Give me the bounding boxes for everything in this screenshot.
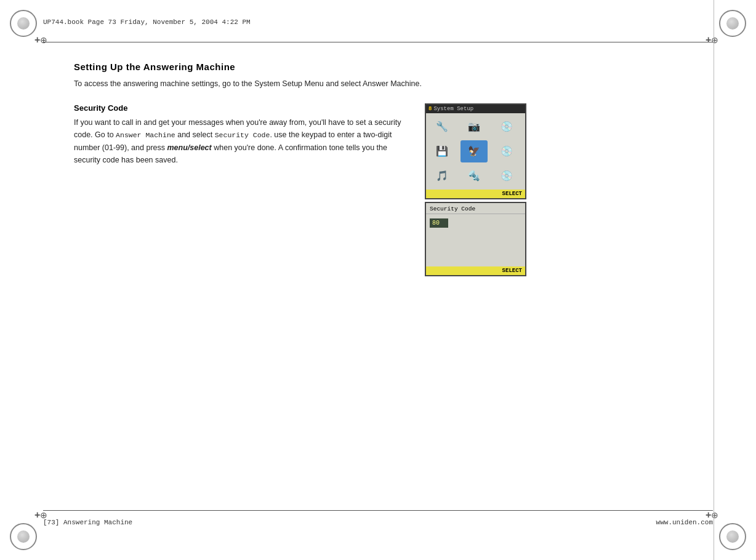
screen-icons-grid: 🔧 📷 💿 💾 🦅 💿 🎵 🔩 💿: [426, 113, 525, 190]
screenshots-column: 8 System Setup 🔧 📷 💿 💾 🦅 💿 🎵 🔩 💿: [425, 103, 529, 276]
intro-paragraph: To access the answering machine settings…: [74, 78, 425, 90]
section-text: Security Code If you want to call in and…: [74, 103, 406, 166]
main-content: Setting Up the Answering Machine To acce…: [74, 62, 713, 505]
icon-selected: 🦅: [460, 140, 488, 162]
security-code-body: 80: [426, 214, 525, 266]
bottom-rule: [43, 510, 713, 511]
icon-disc2: 💾: [428, 140, 456, 162]
security-code-select-label: SELECT: [426, 266, 525, 275]
right-margin-line: [714, 0, 714, 560]
corner-decoration-br: [714, 518, 751, 555]
screen-title: System Setup: [433, 106, 473, 112]
icon-music: 🎵: [428, 165, 456, 187]
section-body: If you want to call in and get your mess…: [74, 116, 406, 166]
system-setup-select-label: SELECT: [426, 190, 525, 198]
icon-settings: 🔧: [428, 116, 456, 138]
icon-wrench2: 🔩: [460, 165, 488, 187]
crosshair-tl: ⊕: [34, 34, 47, 47]
header-text: UP744.book Page 73 Friday, November 5, 2…: [43, 18, 251, 26]
section-heading: Security Code: [74, 103, 406, 113]
icon-camera: 📷: [460, 116, 488, 138]
security-code-screen: Security Code 80 SELECT: [425, 202, 526, 276]
security-code-title: Security Code: [426, 203, 525, 214]
top-rule: [43, 42, 713, 42]
crosshair-tr: ⊕: [706, 34, 718, 47]
system-setup-screen: 8 System Setup 🔧 📷 💿 💾 🦅 💿 🎵 🔩 💿: [425, 103, 526, 199]
screen-top-bar: 8 System Setup: [426, 105, 525, 113]
icon-disc3: 💿: [493, 140, 520, 162]
page-title: Setting Up the Answering Machine: [74, 62, 713, 72]
footer-right: www.uniden.com: [656, 519, 713, 526]
security-code-input: 80: [430, 218, 448, 228]
icon-disc1: 💿: [493, 116, 520, 138]
corner-decoration-bl: [5, 518, 42, 555]
icon-disc4: 💿: [493, 165, 520, 187]
screen-number: 8: [428, 106, 432, 112]
section-row: Security Code If you want to call in and…: [74, 103, 713, 276]
corner-decoration-tr: [714, 5, 751, 42]
footer-left: [73] Answering Machine: [43, 519, 132, 526]
